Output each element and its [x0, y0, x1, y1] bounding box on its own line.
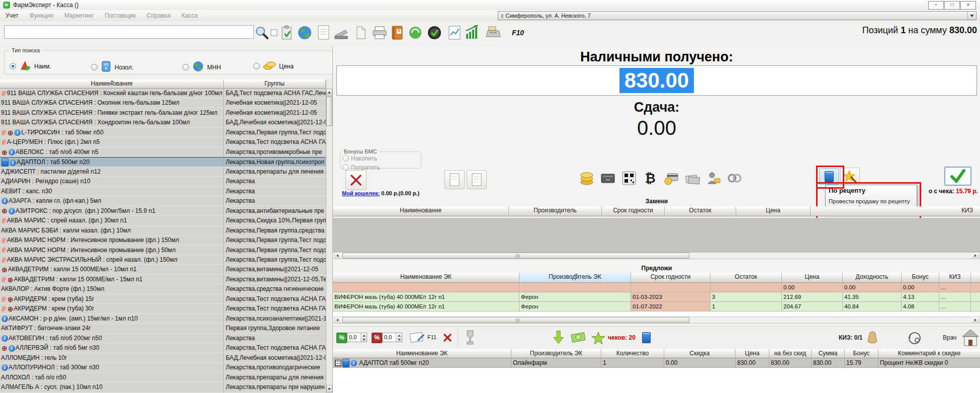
favorites-star-icon[interactable]: [590, 330, 607, 347]
column-header[interactable]: Бонус: [902, 273, 939, 283]
menu-item-3[interactable]: Маркетинг: [59, 10, 99, 21]
hscroll-thumb[interactable]: [342, 253, 689, 259]
wallet-link[interactable]: Мой кошелек:: [342, 190, 380, 196]
search-input[interactable]: [4, 25, 254, 39]
confirm-sale-button[interactable]: [944, 167, 971, 186]
scroll-left-icon[interactable]: [334, 253, 341, 259]
cancel-sale-button[interactable]: [345, 170, 367, 190]
column-header[interactable]: Цена: [736, 349, 769, 358]
hscroll-thumb[interactable]: [342, 317, 689, 323]
offers-row[interactable]: ВИФЕРОН мазь (туба) 40 000МЕ/г 12г n1Фер…: [333, 292, 980, 302]
scroll-right-icon[interactable]: [972, 317, 979, 323]
catalog-row[interactable]: ₽⊕АКРИДЕРМ : крем (туба) 30гЛекарства,Те…: [0, 304, 326, 313]
paper-bag-icon[interactable]: [865, 330, 880, 347]
certificate-icon[interactable]: [409, 331, 425, 345]
search-icon[interactable]: [252, 23, 271, 43]
cart-row[interactable]: i АДАПТОЛ таб 500мг n20Олайнфарм10.00830…: [333, 358, 980, 368]
catalog-row[interactable]: ⊕iАЛЛЕРВЭЙ : таб п/об 5мг n30Лекарства,Т…: [0, 343, 326, 353]
column-header[interactable]: на без скид: [769, 349, 812, 358]
column-header[interactable]: Наименование ЭК: [333, 349, 511, 358]
blank-check-button[interactable]: [444, 170, 465, 189]
menu-item-6[interactable]: Касса: [176, 10, 203, 21]
catalog-row[interactable]: ⊕iАВЕЛОКС : таб п/об 400мг n5Лекарства,п…: [0, 147, 326, 157]
cash-drawer-icon[interactable]: [599, 170, 616, 187]
branch-selector[interactable]: г. Симферополь, ул. А. Невского, 7: [498, 11, 976, 20]
address-book-icon[interactable]: [388, 23, 406, 43]
power-check-icon[interactable]: [425, 23, 443, 43]
catalog-row[interactable]: АКВА МАРИС БЭБИ : капли назал. (фл.) 10м…: [0, 226, 326, 235]
column-header[interactable]: Производитель: [509, 206, 602, 216]
catalog-row[interactable]: iАЛЛОПУРИНОЛ : таб 300мг n30Лекарства,пр…: [0, 363, 326, 372]
clear-discount-icon[interactable]: [441, 332, 454, 344]
printer-icon[interactable]: [371, 23, 389, 43]
qr-payment-icon[interactable]: [620, 170, 638, 187]
catalog-row[interactable]: ₽911 ВАША СЛУЖБА СПАСЕНИЯ : Конский кашт…: [0, 89, 326, 98]
radio-icon[interactable]: [253, 63, 260, 69]
catalog-row[interactable]: ⊕АКВАДЕТРИМ : капли 15 000МЕ/мл - 10мл n…: [0, 265, 326, 274]
cash-received-input[interactable]: 830.00: [336, 65, 977, 96]
catalog-row[interactable]: ₽⊕iL-ТИРОКСИН : таб 50мкг n50Лекарства,П…: [0, 128, 326, 137]
receipts-icon[interactable]: [642, 332, 651, 343]
statistics-icon[interactable]: [464, 23, 482, 43]
catalog-row[interactable]: ₽АКВА МАРИС НОРМ : Интенсивное промывани…: [0, 246, 326, 255]
column-header[interactable]: Срок годности: [602, 206, 665, 216]
column-header[interactable]: Производитель ЭК: [511, 349, 601, 358]
loyalty-card-icon[interactable]: [705, 170, 722, 187]
scroll-down-icon[interactable]: [326, 385, 332, 392]
radio-icon[interactable]: [183, 64, 189, 70]
chevron-down-icon[interactable]: [967, 12, 976, 20]
search-type-option-Цена[interactable]: Цена: [253, 60, 294, 72]
column-header[interactable]: Цена: [782, 273, 843, 283]
catalog-row[interactable]: АКВАЛОР : Актив Форте (фл.) 150млЛекарст…: [0, 284, 326, 294]
catalog-row[interactable]: ₽⊕АКВАДЕТРИМ : капли 15 000МЕ/мл - 15мл …: [0, 275, 326, 284]
catalog-row[interactable]: АЛЛОХОЛ : таб п/о n50Лекарства,препараты…: [0, 373, 326, 382]
column-header[interactable]: Срок годности: [631, 273, 710, 283]
trophy-icon[interactable]: [463, 329, 478, 348]
bonus-accumulate-radio[interactable]: Накопить: [342, 155, 377, 162]
copy-check-button[interactable]: [467, 170, 487, 189]
catalog-row[interactable]: АЕВИТ : капс. n30Лекарства: [0, 187, 326, 196]
catalog-column-group[interactable]: Группы: [224, 80, 326, 89]
menu-item-1[interactable]: Учет: [0, 10, 24, 21]
discount-spinner-green[interactable]: 0,0: [347, 333, 367, 342]
column-header[interactable]: Цена: [736, 206, 811, 216]
green-globe-icon[interactable]: [406, 23, 424, 43]
home-icon[interactable]: [960, 328, 980, 349]
column-header[interactable]: Остаток: [710, 273, 782, 283]
search-type-option-Наим[interactable]: Наим.: [10, 60, 51, 72]
offers-row[interactable]: ВИФЕРОН мазь (туба) 40 000МЕ/г 12г n1Фер…: [333, 302, 980, 311]
menu-item-5[interactable]: Справка: [141, 10, 176, 21]
column-header[interactable]: Скидка: [664, 349, 736, 358]
search-type-option-МНН[interactable]: МНН: [183, 60, 221, 74]
catalog-row[interactable]: iАДАПТОЛ : таб 500мг n20Лекарства,Новая …: [0, 157, 326, 167]
catalog-row[interactable]: АКТИФРУТ : батончик-злаки 24гПервая груп…: [0, 324, 326, 333]
column-header[interactable]: КИЗ: [811, 206, 980, 216]
scrollbar-thumb[interactable]: [326, 97, 332, 126]
chart-document-icon[interactable]: [446, 23, 464, 43]
catalog-row[interactable]: АЛМАГЕЛЬ А : сусп. (пак.) 10мл n10Лекарс…: [0, 382, 326, 392]
clipboard-check-icon[interactable]: [278, 23, 296, 43]
catalog-row[interactable]: iАКСАМОН : р-р д/ин. (амп.) 15мг/мл - 1м…: [0, 314, 326, 324]
catalog-row[interactable]: ₽АКВА МАРИС НОРМ : Интенсивное промывани…: [0, 235, 326, 245]
menu-item-4[interactable]: Поставщик: [99, 10, 141, 21]
offers-hscrollbar[interactable]: [334, 317, 979, 324]
offers-row[interactable]: 0.000.000.00...: [333, 283, 980, 292]
catalog-row[interactable]: ⊕iАЗИТРОКС : пор д/сусп. (фл.) 200мг/5мл…: [0, 206, 326, 216]
globe-icon[interactable]: [296, 23, 314, 43]
catalog-row[interactable]: 911 ВАША СЛУЖБА СПАСЕНИЯ : Пиявки экстра…: [0, 108, 326, 118]
column-header[interactable]: Наименование ЭК: [333, 273, 519, 283]
column-header[interactable]: КИЗ: [939, 273, 971, 283]
menu-item-2[interactable]: Функции: [24, 10, 59, 21]
stapler-icon[interactable]: [332, 23, 350, 43]
catalog-row[interactable]: ₽⊕АКРИДЕРМ : крем (туба) 15гЛекарства,Те…: [0, 294, 326, 304]
close-button[interactable]: ×: [960, 1, 976, 10]
catalog-row[interactable]: АДИАРИН : Регидро (саше) n10Лекарства: [0, 177, 326, 186]
radio-icon[interactable]: [10, 63, 16, 69]
cash-register-icon[interactable]: [484, 23, 502, 43]
bitcoin-icon[interactable]: ₿: [642, 170, 659, 187]
maximize-button[interactable]: □: [944, 1, 960, 10]
catalog-row[interactable]: ₽АКВА МАРИС ЭКСТРАСИЛЬНЫЙ : спрей назал.…: [0, 255, 326, 265]
column-header[interactable]: Наименование: [333, 206, 509, 216]
discount-spinner-red[interactable]: 0,0: [382, 333, 402, 342]
column-header[interactable]: Остаток: [665, 206, 736, 216]
